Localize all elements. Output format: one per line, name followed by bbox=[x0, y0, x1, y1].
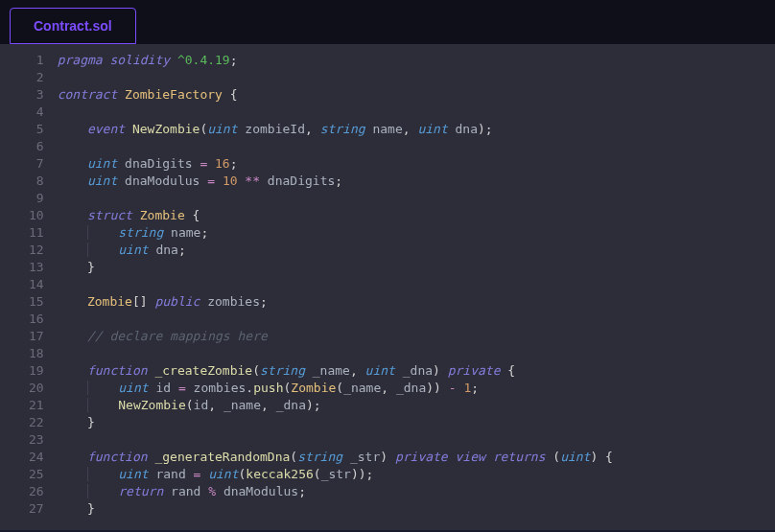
code-line[interactable]: contract ZombieFactory { bbox=[58, 86, 775, 104]
line-number: 13 bbox=[29, 259, 44, 276]
code-line[interactable]: uint id = zombies.push(Zombie(_name, _dn… bbox=[58, 380, 775, 397]
code-line[interactable]: uint dnaModulus = 10 ** dnaDigits; bbox=[58, 173, 775, 190]
code-line[interactable] bbox=[58, 69, 775, 86]
line-number: 26 bbox=[29, 483, 44, 500]
line-number: 9 bbox=[29, 190, 44, 207]
line-number: 5 bbox=[29, 121, 44, 138]
code-line[interactable]: NewZombie(id, _name, _dna); bbox=[58, 397, 775, 414]
code-line[interactable]: } bbox=[58, 500, 775, 518]
code-line[interactable]: string name; bbox=[58, 224, 775, 242]
code-line[interactable]: function _createZombie(string _name, uin… bbox=[58, 362, 775, 380]
editor-area[interactable]: 1234567891011121314151617181920212223242… bbox=[0, 44, 775, 530]
code-line[interactable]: } bbox=[58, 259, 775, 276]
code-line[interactable] bbox=[58, 138, 775, 155]
line-number: 23 bbox=[29, 431, 44, 449]
code-line[interactable]: pragma solidity ^0.4.19; bbox=[58, 52, 775, 69]
tab-contract[interactable]: Contract.sol bbox=[10, 8, 136, 44]
line-number: 2 bbox=[29, 69, 44, 86]
code-line[interactable] bbox=[58, 345, 775, 362]
code-line[interactable]: // declare mappings here bbox=[58, 328, 775, 345]
code-line[interactable]: uint rand = uint(keccak256(_str)); bbox=[58, 466, 775, 483]
code-container: 1234567891011121314151617181920212223242… bbox=[0, 52, 775, 518]
line-number: 18 bbox=[29, 345, 44, 362]
code-line[interactable]: struct Zombie { bbox=[58, 207, 775, 224]
code-line[interactable] bbox=[58, 190, 775, 207]
line-number: 8 bbox=[29, 173, 44, 190]
code-line[interactable]: event NewZombie(uint zombieId, string na… bbox=[58, 121, 775, 138]
line-number: 7 bbox=[29, 155, 44, 173]
line-number: 16 bbox=[29, 311, 44, 328]
code-content[interactable]: pragma solidity ^0.4.19;contract ZombieF… bbox=[58, 52, 775, 518]
line-number: 11 bbox=[29, 224, 44, 242]
code-line[interactable]: uint dna; bbox=[58, 242, 775, 259]
line-number: 6 bbox=[29, 138, 44, 155]
line-number: 27 bbox=[29, 500, 44, 518]
line-number: 10 bbox=[29, 207, 44, 224]
line-number: 22 bbox=[29, 414, 44, 431]
line-number: 24 bbox=[29, 449, 44, 466]
line-number: 1 bbox=[29, 52, 44, 69]
line-number: 12 bbox=[29, 242, 44, 259]
code-line[interactable]: return rand % dnaModulus; bbox=[58, 483, 775, 500]
code-line[interactable] bbox=[58, 276, 775, 293]
code-line[interactable] bbox=[58, 311, 775, 328]
line-number: 3 bbox=[29, 86, 44, 104]
line-number: 21 bbox=[29, 397, 44, 414]
line-number: 17 bbox=[29, 328, 44, 345]
code-line[interactable]: function _generateRandomDna(string _str)… bbox=[58, 449, 775, 466]
line-number: 25 bbox=[29, 466, 44, 483]
code-line[interactable]: Zombie[] public zombies; bbox=[58, 293, 775, 311]
line-number: 4 bbox=[29, 104, 44, 121]
code-line[interactable] bbox=[58, 431, 775, 449]
code-line[interactable]: } bbox=[58, 414, 775, 431]
line-number: 20 bbox=[29, 380, 44, 397]
tabs-header: Contract.sol bbox=[0, 0, 775, 44]
code-line[interactable]: uint dnaDigits = 16; bbox=[58, 155, 775, 173]
code-line[interactable] bbox=[58, 104, 775, 121]
line-number: 14 bbox=[29, 276, 44, 293]
line-number: 15 bbox=[29, 293, 44, 311]
line-number-gutter: 1234567891011121314151617181920212223242… bbox=[0, 52, 58, 518]
line-number: 19 bbox=[29, 362, 44, 380]
